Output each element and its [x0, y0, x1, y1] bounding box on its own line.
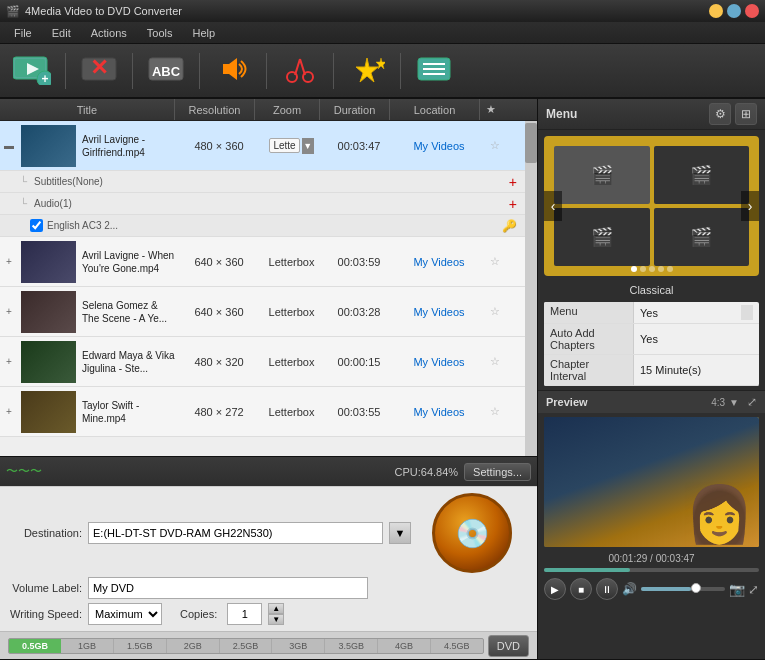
- file-star[interactable]: ☆: [484, 355, 506, 368]
- volume-slider[interactable]: [641, 587, 725, 591]
- destination-row: Destination: ▼ 💿: [10, 493, 527, 573]
- cpu-text: CPU:64.84%: [394, 466, 458, 478]
- pause-button[interactable]: ⏸: [596, 578, 618, 600]
- add-video-button[interactable]: +: [6, 48, 58, 94]
- file-location[interactable]: My Videos: [394, 140, 484, 152]
- add-audio-icon[interactable]: +: [509, 196, 517, 212]
- track-row: English AC3 2... 🔑: [0, 215, 525, 237]
- table-row[interactable]: + Edward Maya & Vika Jigulina - Ste... 4…: [0, 337, 525, 387]
- track-key-icon: 🔑: [502, 219, 517, 233]
- track-checkbox[interactable]: [30, 219, 43, 232]
- clip-button[interactable]: [274, 48, 326, 94]
- fullscreen-icon[interactable]: ⤢: [748, 582, 759, 597]
- svg-line-13: [300, 59, 305, 75]
- right-header-icons: ⚙ ⊞: [709, 103, 757, 125]
- effect-button[interactable]: [341, 48, 393, 94]
- format-button[interactable]: DVD: [488, 635, 529, 657]
- location-link[interactable]: My Videos: [413, 406, 464, 418]
- close-button[interactable]: [745, 4, 759, 18]
- location-link[interactable]: My Videos: [413, 256, 464, 268]
- table-row[interactable]: + Avril Lavigne - When You're Gone.mp4 6…: [0, 237, 525, 287]
- menu-dot-4: [658, 266, 664, 272]
- file-star[interactable]: ☆: [484, 139, 506, 152]
- table-row[interactable]: ▬ Avril Lavigne - Girlfriend.mp4 480 × 3…: [0, 121, 525, 171]
- menu-nav-left-button[interactable]: ‹: [544, 191, 562, 221]
- location-link[interactable]: My Videos: [413, 306, 464, 318]
- menu-help[interactable]: Help: [182, 25, 225, 41]
- scrollbar-thumb[interactable]: [525, 123, 537, 163]
- properties-panel: Menu Yes Auto Add Chapters Yes Chapter I…: [544, 302, 759, 386]
- prog-tick: 4GB: [378, 639, 431, 653]
- destination-dropdown[interactable]: ▼: [389, 522, 411, 544]
- file-duration: 00:03:59: [324, 256, 394, 268]
- toolbar-separator-2: [132, 53, 133, 89]
- menu-edit[interactable]: Edit: [42, 25, 81, 41]
- file-location[interactable]: My Videos: [394, 256, 484, 268]
- play-button[interactable]: ▶: [544, 578, 566, 600]
- copies-input[interactable]: [227, 603, 262, 625]
- file-list-scrollbar[interactable]: [525, 121, 537, 456]
- menu-actions[interactable]: Actions: [81, 25, 137, 41]
- volume-button[interactable]: [207, 48, 259, 94]
- burn-button-container: 💿: [417, 493, 527, 573]
- minimize-button[interactable]: [709, 4, 723, 18]
- preview-total-time: 00:03:47: [656, 553, 695, 564]
- row-expand[interactable]: +: [0, 256, 18, 267]
- menu-file[interactable]: File: [4, 25, 42, 41]
- preview-bg: 👩: [544, 417, 759, 547]
- progress-segment-active: 0.5GB: [9, 639, 61, 653]
- volume-control-icon[interactable]: 🔊: [622, 582, 637, 596]
- settings-button[interactable]: Settings...: [464, 463, 531, 481]
- table-row[interactable]: + Selena Gomez & The Scene - A Ye... 640…: [0, 287, 525, 337]
- file-zoom[interactable]: Lette ▼: [259, 138, 324, 154]
- file-location[interactable]: My Videos: [394, 406, 484, 418]
- zoom-dropdown[interactable]: ▼: [302, 138, 314, 154]
- preview-ratio: 4:3: [711, 397, 725, 408]
- copies-up-button[interactable]: ▲: [268, 603, 284, 614]
- preview-progress-bar[interactable]: [544, 568, 759, 572]
- copies-down-button[interactable]: ▼: [268, 614, 284, 625]
- prop-scroll[interactable]: [741, 305, 753, 320]
- row-expand[interactable]: +: [0, 406, 18, 417]
- file-resolution: 640 × 360: [179, 256, 259, 268]
- maximize-button[interactable]: [727, 4, 741, 18]
- menu-thumb-3: 🎬: [554, 208, 650, 266]
- volume-input[interactable]: [88, 577, 368, 599]
- expand-icon: +: [6, 356, 12, 367]
- row-expand[interactable]: ▬: [0, 140, 18, 151]
- file-star[interactable]: ☆: [484, 255, 506, 268]
- preview-current-time: 00:01:29: [608, 553, 647, 564]
- location-link[interactable]: My Videos: [413, 356, 464, 368]
- screenshot-icon[interactable]: 📷: [729, 582, 745, 597]
- ratio-dropdown[interactable]: ▼: [729, 397, 739, 408]
- file-star[interactable]: ☆: [484, 405, 506, 418]
- volume-icon: [215, 54, 251, 87]
- menu-nav-right-button[interactable]: ›: [741, 191, 759, 221]
- file-zoom: Letterbox: [259, 306, 324, 318]
- remove-button[interactable]: ✕: [73, 48, 125, 94]
- settings-icon[interactable]: ⚙: [709, 103, 731, 125]
- location-link[interactable]: My Videos: [413, 140, 464, 152]
- output-button[interactable]: [408, 48, 460, 94]
- file-duration: 00:00:15: [324, 356, 394, 368]
- menu-dot-1: [631, 266, 637, 272]
- row-expand[interactable]: +: [0, 306, 18, 317]
- file-location[interactable]: My Videos: [394, 306, 484, 318]
- grid-icon[interactable]: ⊞: [735, 103, 757, 125]
- table-row[interactable]: + Taylor Swift - Mine.mp4 480 × 272 Lett…: [0, 387, 525, 437]
- file-location[interactable]: My Videos: [394, 356, 484, 368]
- add-subtitle-icon[interactable]: +: [509, 174, 517, 190]
- main-area: Title Resolution Zoom Duration Location …: [0, 99, 765, 659]
- add-video-icon: +: [13, 53, 51, 89]
- menu-tools[interactable]: Tools: [137, 25, 183, 41]
- volume-slider-thumb[interactable]: [691, 583, 701, 593]
- menu-dot-5: [667, 266, 673, 272]
- edit-button[interactable]: ABC: [140, 48, 192, 94]
- row-expand[interactable]: +: [0, 356, 18, 367]
- stop-button[interactable]: ■: [570, 578, 592, 600]
- speed-select[interactable]: Maximum Slow: [88, 603, 162, 625]
- destination-input[interactable]: [88, 522, 383, 544]
- file-star[interactable]: ☆: [484, 305, 506, 318]
- burn-button[interactable]: 💿: [432, 493, 512, 573]
- preview-expand-icon[interactable]: ⤢: [747, 395, 757, 409]
